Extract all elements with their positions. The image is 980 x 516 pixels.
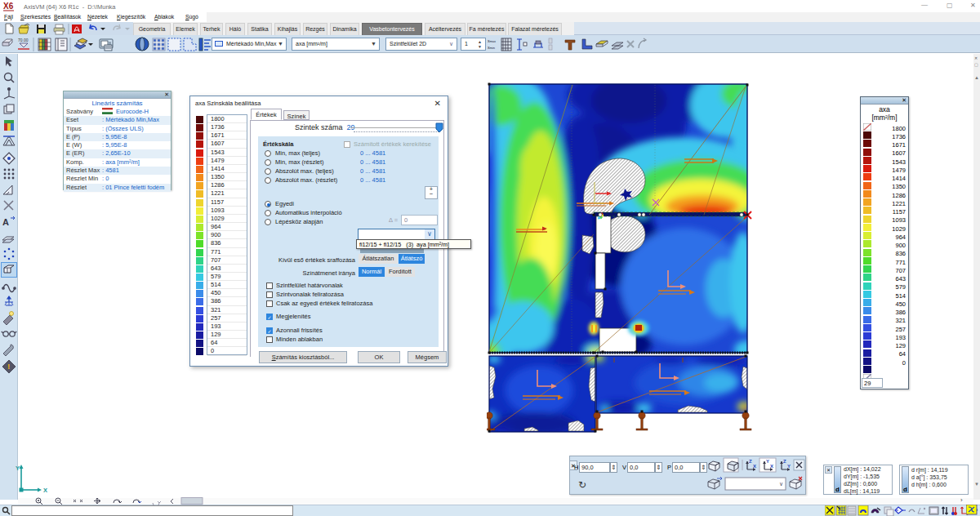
svg-text:xmin: xmin (488, 45, 495, 50)
svg-text:X6: X6 (3, 2, 14, 11)
svg-text:70.00: 70.00 (18, 38, 29, 42)
svg-text:X: X (753, 464, 756, 469)
svg-text:X: X (770, 464, 773, 469)
svg-text:Y: Y (16, 465, 20, 472)
svg-text:∨: ∨ (779, 481, 783, 487)
svg-text:Y: Y (787, 464, 791, 469)
svg-text:Z: Z (749, 459, 752, 464)
svg-text:xmax: xmax (488, 38, 496, 43)
svg-text:!: ! (7, 363, 10, 371)
svg-text:A: A (2, 217, 9, 227)
svg-text:X: X (43, 487, 47, 494)
svg-text:Z: Z (783, 459, 786, 464)
svg-text:Y: Y (766, 459, 769, 464)
